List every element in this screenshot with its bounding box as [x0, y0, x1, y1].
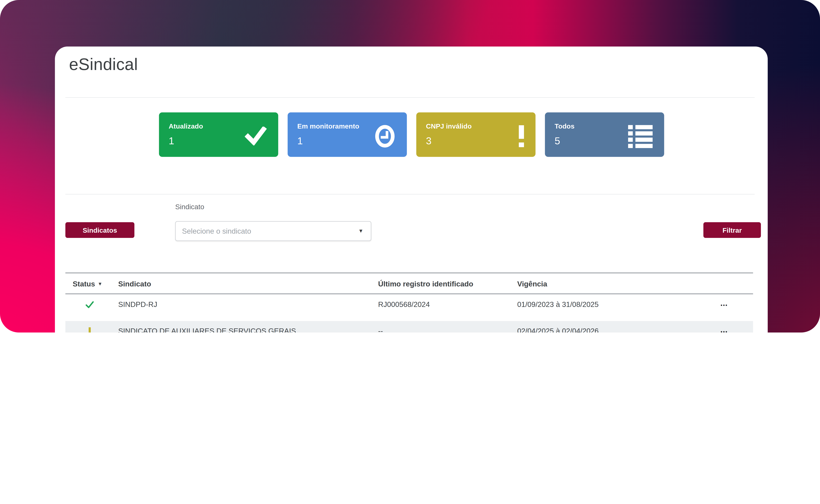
status-warning-icon: [84, 327, 95, 333]
summary-card-cnpj-invalido[interactable]: CNPJ inválido 3: [416, 112, 535, 157]
divider: [65, 97, 755, 98]
row-menu-icon[interactable]: •••: [717, 329, 732, 333]
sindicato-select-placeholder: Selecione o sindicato: [182, 227, 251, 235]
table-row[interactable]: SINDICATO DE AUXILIARES DE SERVIÇOS GERA…: [65, 321, 753, 333]
cell-ultimo-registro: --: [378, 327, 383, 333]
sort-caret-icon: ▼: [98, 281, 102, 287]
summary-card-todos[interactable]: Todos 5: [545, 112, 664, 157]
sindicato-label: Sindicato: [175, 203, 204, 211]
divider: [65, 194, 755, 194]
cell-ultimo-registro: RJ000568/2024: [378, 300, 430, 308]
filtrar-button[interactable]: Filtrar: [703, 222, 761, 238]
column-header-vigencia[interactable]: Vigência: [517, 280, 547, 288]
cell-vigencia: 02/04/2025 à 02/04/2026: [517, 327, 599, 333]
column-header-ultimo-registro[interactable]: Último registro identificado: [378, 280, 473, 288]
table-row[interactable]: SINDPD-RJ RJ000568/2024 01/09/2023 à 31/…: [65, 294, 753, 321]
exclamation-icon: [519, 125, 524, 147]
main-card: eSindical Atualizado 1 Em monitoramento …: [55, 47, 768, 333]
cell-vigencia: 01/09/2023 à 31/08/2025: [517, 300, 599, 308]
page-title: eSindical: [69, 55, 138, 74]
column-header-status[interactable]: Status▼: [73, 280, 102, 288]
summary-card-em-monitoramento[interactable]: Em monitoramento 1: [287, 112, 407, 157]
table-header-row: Status▼ Sindicato Último registro identi…: [65, 272, 753, 294]
row-menu-icon[interactable]: •••: [717, 303, 732, 308]
summary-cards: Atualizado 1 Em monitoramento 1 CNPJ inv…: [55, 112, 768, 157]
status-check-icon: [84, 301, 95, 311]
sindicatos-table: Status▼ Sindicato Último registro identi…: [65, 272, 753, 333]
summary-card-atualizado[interactable]: Atualizado 1: [159, 112, 278, 157]
chevron-down-icon: ▼: [358, 228, 364, 234]
sindicato-select[interactable]: Selecione o sindicato ▼: [175, 221, 371, 241]
column-header-sindicato[interactable]: Sindicato: [118, 280, 151, 288]
check-icon: [245, 126, 267, 145]
cell-sindicato: SINDICATO DE AUXILIARES DE SERVIÇOS GERA…: [118, 327, 296, 333]
sindicatos-button[interactable]: Sindicatos: [65, 222, 134, 238]
cell-sindicato: SINDPD-RJ: [118, 300, 157, 308]
list-icon: [628, 124, 652, 148]
screenshot-root: eSindical Atualizado 1 Em monitoramento …: [0, 0, 820, 333]
clock-icon: [374, 124, 395, 147]
